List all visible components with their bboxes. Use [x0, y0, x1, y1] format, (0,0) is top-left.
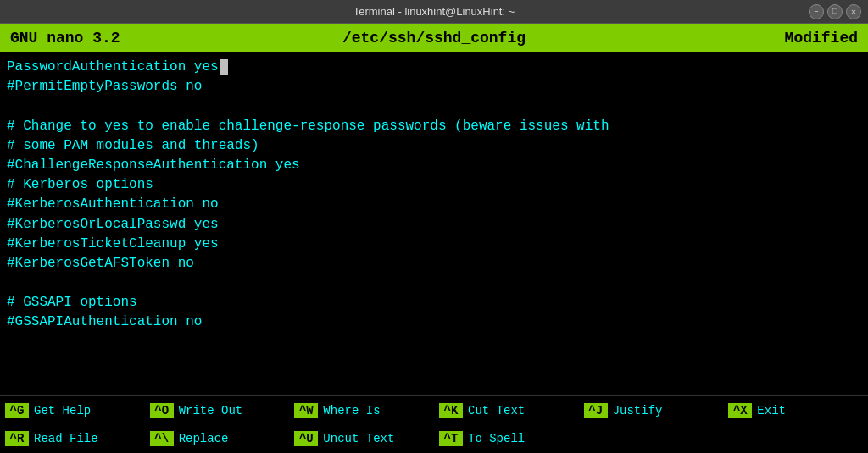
nano-modified: Modified: [646, 30, 858, 47]
footer-item-1[interactable]: ^OWrite Out: [145, 396, 290, 425]
close-button[interactable]: ✕: [846, 4, 861, 19]
footer-key: ^J: [584, 403, 608, 418]
editor-line: # Kerberos options: [7, 175, 861, 195]
footer-item-8[interactable]: ^UUncut Text: [289, 425, 434, 454]
editor-line: #ChallengeResponseAuthentication yes: [7, 156, 861, 175]
footer-item-5[interactable]: ^XExit: [723, 396, 868, 425]
footer-item-4[interactable]: ^JJustify: [579, 396, 724, 425]
footer-key: ^G: [5, 403, 29, 418]
footer-item-7[interactable]: ^\Replace: [145, 425, 290, 454]
editor-line: #KerberosTicketCleanup yes: [7, 235, 861, 254]
footer-key: ^O: [150, 403, 174, 418]
editor-line: # Change to yes to enable challenge-resp…: [7, 117, 861, 136]
footer-label: To Spell: [468, 432, 525, 445]
footer-label: Replace: [179, 432, 229, 445]
editor-line: #KerberosOrLocalPasswd yes: [7, 215, 861, 235]
text-cursor: [220, 59, 228, 75]
window-titlebar: Terminal - linuxhint@LinuxHint: ~ – □ ✕: [0, 0, 868, 24]
footer-item-0[interactable]: ^GGet Help: [0, 396, 145, 425]
footer-key: ^\: [150, 431, 174, 446]
footer-label: Read File: [34, 432, 98, 445]
footer-label: Uncut Text: [323, 432, 394, 445]
editor-line: #PermitEmptyPasswords no: [7, 77, 861, 97]
nano-header: GNU nano 3.2 /etc/ssh/sshd_config Modifi…: [0, 24, 868, 52]
footer-label: Where Is: [323, 404, 380, 417]
editor-line: PasswordAuthentication yes: [7, 58, 861, 77]
footer-item-2[interactable]: ^WWhere Is: [289, 396, 434, 425]
footer-key: ^R: [5, 431, 29, 446]
line-text: PasswordAuthentication yes: [7, 59, 219, 75]
minimize-button[interactable]: –: [809, 4, 824, 19]
footer-item-3[interactable]: ^KCut Text: [434, 396, 579, 425]
nano-footer: ^GGet Help^OWrite Out^WWhere Is^KCut Tex…: [0, 395, 868, 453]
editor-line: [7, 273, 861, 293]
footer-item-6[interactable]: ^RRead File: [0, 425, 145, 454]
footer-label: Cut Text: [468, 404, 525, 417]
nano-filename: /etc/ssh/sshd_config: [222, 30, 646, 47]
footer-key: ^W: [294, 403, 318, 418]
footer-label: Get Help: [34, 404, 91, 417]
footer-label: Justify: [613, 404, 663, 417]
editor-line: #KerberosGetAFSToken no: [7, 254, 861, 273]
nano-version: GNU nano 3.2: [10, 30, 222, 47]
footer-label: Write Out: [179, 404, 243, 417]
editor-line: # some PAM modules and threads): [7, 136, 861, 156]
editor-line: #GSSAPIAuthentication no: [7, 312, 861, 332]
footer-item-9[interactable]: ^TTo Spell: [434, 425, 579, 454]
footer-key: ^U: [294, 431, 318, 446]
editor-line: #KerberosAuthentication no: [7, 195, 861, 214]
editor-area[interactable]: PasswordAuthentication yes#PermitEmptyPa…: [0, 52, 868, 395]
maximize-button[interactable]: □: [827, 4, 843, 19]
footer-label: Exit: [757, 404, 786, 417]
footer-key: ^K: [439, 403, 463, 418]
footer-key: ^T: [439, 431, 463, 446]
editor-line: [7, 97, 861, 116]
editor-line: # GSSAPI options: [7, 293, 861, 312]
footer-key: ^X: [728, 403, 752, 418]
window-title: Terminal - linuxhint@LinuxHint: ~: [353, 5, 515, 18]
window-controls[interactable]: – □ ✕: [809, 4, 861, 19]
